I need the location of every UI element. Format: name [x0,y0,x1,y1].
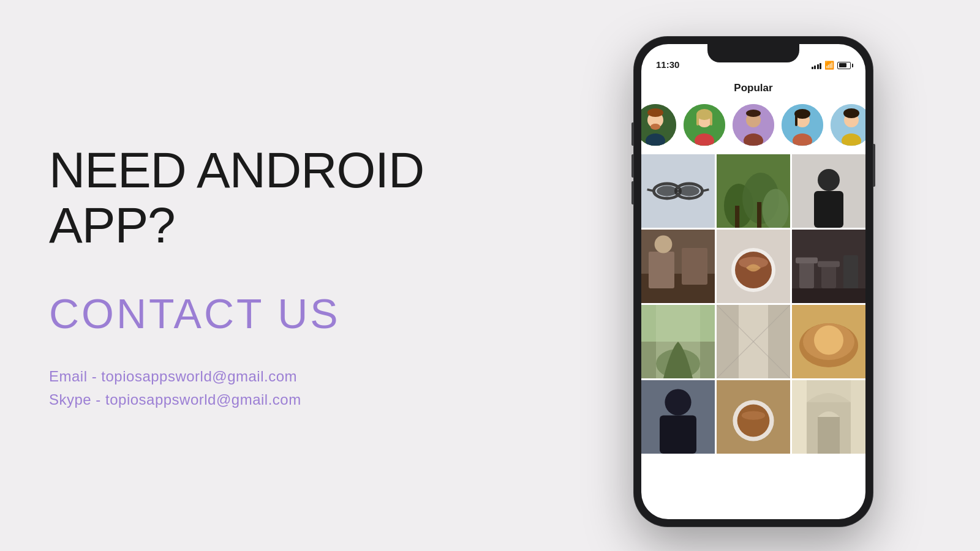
left-section: NEED ANDROID APP? CONTACT US Email - top… [0,143,527,408]
svg-rect-54 [818,261,840,268]
app-content: Popular [641,73,865,519]
photo-cell-1 [641,154,715,228]
svg-rect-36 [735,206,739,228]
svg-rect-8 [696,114,699,126]
phone-mockup: 11:30 📶 Popular [634,37,873,527]
svg-line-29 [703,190,709,191]
photo-cell-12 [792,380,865,454]
photo-cell-11 [717,380,790,454]
photo-cell-8 [717,305,790,378]
photo-cell-3 [792,154,865,228]
svg-rect-9 [710,114,712,126]
svg-rect-18 [795,114,797,126]
avatar-4 [782,104,823,146]
wifi-icon: 📶 [824,61,834,70]
phone-screen: 11:30 📶 Popular [641,44,865,519]
svg-rect-43 [649,252,674,288]
svg-line-28 [647,190,654,191]
svg-rect-44 [682,248,707,285]
svg-rect-84 [818,417,840,454]
avatars-row [641,100,865,154]
svg-rect-40 [814,191,843,228]
avatar-3 [733,104,774,146]
svg-rect-86 [851,380,865,454]
avatar-2 [684,104,725,146]
headline: NEED ANDROID APP? [49,143,490,253]
right-section: 11:30 📶 Popular [527,24,980,527]
status-icons: 📶 [812,61,851,70]
svg-rect-51 [799,259,814,288]
svg-point-30 [657,186,677,197]
photo-cell-10 [641,380,715,454]
popular-label: Popular [641,73,865,100]
svg-rect-56 [792,288,865,303]
svg-point-13 [746,110,761,117]
battery-icon [837,62,851,69]
skype-line: Skype - topiosappsworld@gmail.com [49,391,490,408]
svg-point-80 [737,405,770,437]
email-line: Email - topiosappsworld@gmail.com [49,368,490,385]
svg-point-39 [818,169,840,191]
svg-rect-85 [792,380,807,454]
svg-point-72 [814,326,843,355]
photo-grid [641,154,865,454]
avatar-1 [641,104,676,146]
svg-point-3 [650,124,660,130]
contact-us-heading: CONTACT US [49,290,490,337]
contact-info: Email - topiosappsworld@gmail.com Skype … [49,368,490,408]
svg-rect-37 [757,202,761,228]
photo-cell-2 [717,154,790,228]
svg-point-2 [647,108,663,117]
svg-point-22 [843,108,859,118]
svg-rect-55 [843,255,858,292]
photo-cell-4 [641,230,715,303]
svg-point-81 [742,411,765,419]
svg-point-75 [665,389,691,415]
signal-icon [812,62,822,69]
svg-point-45 [655,236,673,253]
svg-rect-52 [796,258,818,264]
photo-cell-6 [792,230,865,303]
svg-point-31 [679,186,699,197]
photo-cell-7 [641,305,715,378]
status-time: 11:30 [656,59,679,70]
photo-cell-5 [717,230,790,303]
photo-cell-9 [792,305,865,378]
avatar-5 [831,104,865,146]
svg-rect-76 [660,416,696,454]
phone-notch [707,44,799,62]
